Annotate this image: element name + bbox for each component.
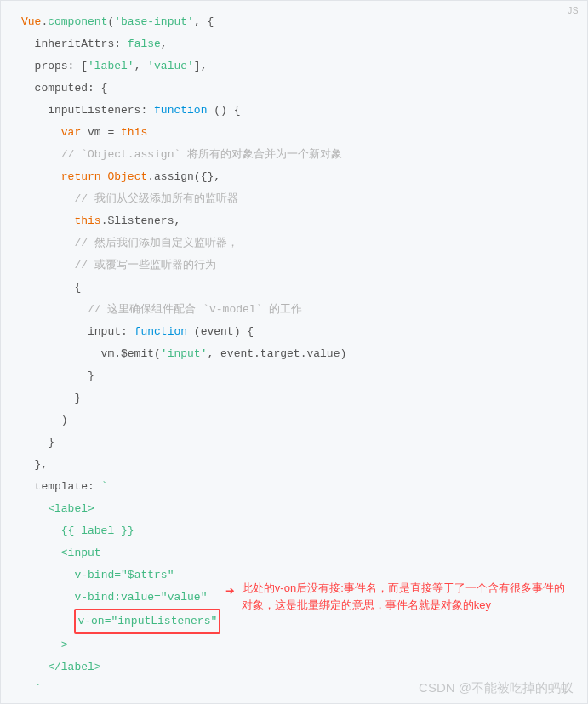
language-badge: JS [568,6,579,15]
code-line: }, [1,454,587,476]
watermark: CSDN @不能被吃掉的蚂蚁 [419,680,574,696]
code-line: // 然后我们添加自定义监听器， [1,232,587,255]
arrow-icon: ➔ [225,581,235,600]
code-line: </label> [1,656,587,678]
highlighted-code: v-on="inputListeners" [74,609,220,634]
code-line: props: ['label', 'value'], [1,55,587,77]
code-line: } [1,387,587,409]
code-line: }) [1,701,587,704]
code-line: return Object.assign({}, [1,166,587,188]
code-line: <label> [1,498,587,520]
code-line: template: ` [1,476,587,498]
code-line: var vm = this [1,122,587,144]
code-line: this.$listeners, [1,210,587,232]
code-line: // 我们从父级添加所有的监听器 [1,188,587,210]
code-line: input: function (event) { [1,321,587,343]
code-line: { [1,277,587,299]
code-line: {{ label }} [1,520,587,542]
code-line: Vue.component('base-input', { [1,11,587,33]
code-line: // 或覆写一些监听器的行为 [1,255,587,277]
code-line: // `Object.assign` 将所有的对象合并为一个新对象 [1,144,587,166]
code-line: computed: { [1,77,587,100]
code-line: ) [1,409,587,432]
code-line: // 这里确保组件配合 `v-model` 的工作 [1,299,587,321]
code-block: JS Vue.component('base-input', { inherit… [0,0,588,704]
code-line: } [1,365,587,387]
code-line: inheritAttrs: false, [1,33,587,55]
annotation-text: 此处的v-on后没有接:事件名，而是直接等于了一个含有很多事件的对象，这是批量绑… [242,580,565,614]
code-line: } [1,432,587,454]
code-line: > [1,634,587,656]
annotation: ➔ 此处的v-on后没有接:事件名，而是直接等于了一个含有很多事件的对象，这是批… [225,580,565,614]
code-line: vm.$emit('input', event.target.value) [1,343,587,365]
code-line: inputListeners: function () { [1,100,587,122]
code-line: <input [1,542,587,564]
